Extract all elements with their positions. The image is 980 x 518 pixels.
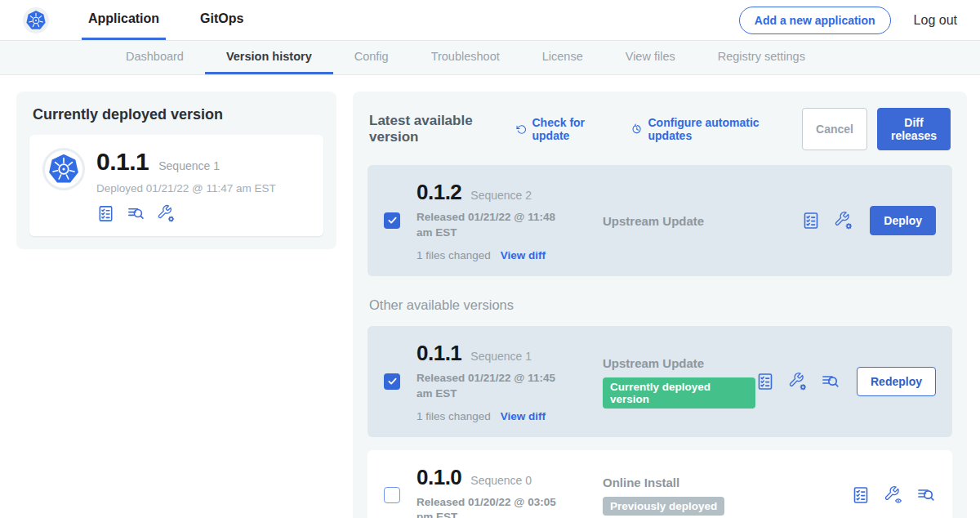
- currently-deployed-card: Currently deployed version 0.1.1 Sequenc…: [16, 92, 336, 249]
- check-icon: [386, 214, 399, 226]
- diff-releases-button[interactable]: Diff releases: [877, 108, 951, 150]
- spacer: [278, 0, 738, 40]
- redeploy-button[interactable]: Redeploy: [857, 367, 936, 396]
- deploy-logs-icon[interactable]: [916, 485, 936, 505]
- subnav-tab-version-history[interactable]: Version history: [205, 41, 333, 74]
- latest-version-title: Latest available version: [369, 113, 501, 145]
- released-timestamp: Released 01/20/22 @ 03:05 pm EST: [416, 495, 568, 518]
- clock-arrow-icon: [631, 123, 642, 136]
- subnav-tab-config[interactable]: Config: [333, 41, 410, 74]
- cancel-button[interactable]: Cancel: [802, 108, 867, 150]
- subnav-label: Troubleshoot: [431, 50, 500, 63]
- released-timestamp: Released 01/21/22 @ 11:45 am EST: [416, 371, 568, 402]
- configure-auto-updates-label: Configure automatic updates: [648, 116, 782, 142]
- subnav-tab-view-files[interactable]: View files: [604, 41, 697, 74]
- files-changed: 1 files changed: [416, 410, 491, 422]
- check-for-update-label: Check for update: [532, 116, 610, 142]
- deploy-logs-icon[interactable]: [127, 204, 145, 223]
- subnav-tab-troubleshoot[interactable]: Troubleshoot: [410, 41, 521, 74]
- deployed-version-details: 0.1.1 Sequence 1 Deployed 01/21/22 @ 11:…: [96, 148, 276, 223]
- edit-config-icon[interactable]: [788, 372, 808, 391]
- preflight-checks-icon[interactable]: [96, 204, 115, 223]
- subnav-tab-license[interactable]: License: [521, 41, 604, 74]
- version-info: 0.1.1 Sequence 1 Released 01/21/22 @ 11:…: [416, 341, 595, 422]
- logout-link[interactable]: Log out: [914, 13, 957, 28]
- row-actions: Deploy: [801, 206, 936, 235]
- edit-config-icon[interactable]: [157, 204, 176, 223]
- version-sequence: Sequence 1: [470, 350, 532, 363]
- row-actions: Redeploy: [755, 367, 936, 396]
- app-subnav: Dashboard Version history Config Trouble…: [0, 41, 980, 75]
- currently-deployed-badge: Currently deployed version: [603, 377, 755, 409]
- deployed-version-box: 0.1.1 Sequence 1 Deployed 01/21/22 @ 11:…: [29, 135, 323, 236]
- version-row-0-1-2: 0.1.2 Sequence 2 Released 01/21/22 @ 11:…: [368, 165, 952, 276]
- subnav-label: Version history: [226, 50, 312, 63]
- version-number: 0.1.1: [416, 341, 461, 366]
- deployed-version-number: 0.1.1: [96, 148, 149, 176]
- tab-application-label: Application: [88, 11, 159, 26]
- files-changed: 1 files changed: [416, 249, 491, 261]
- released-timestamp: Released 01/21/22 @ 11:48 am EST: [416, 210, 568, 241]
- deploy-logs-icon[interactable]: [821, 372, 840, 391]
- refresh-icon: [516, 123, 527, 136]
- currently-deployed-title: Currently deployed version: [33, 106, 323, 123]
- version-sequence: Sequence 0: [470, 474, 532, 487]
- version-checkbox[interactable]: [384, 212, 400, 229]
- deployed-timestamp: Deployed 01/21/22 @ 11:47 am EST: [96, 182, 276, 194]
- source-label: Online Install: [603, 476, 851, 489]
- version-source: Upstream Update Currently deployed versi…: [603, 355, 755, 409]
- version-number: 0.1.0: [416, 465, 461, 490]
- source-label: Upstream Update: [603, 356, 755, 370]
- version-sequence: Sequence 2: [470, 189, 532, 202]
- check-icon: [386, 375, 399, 387]
- version-history-panel: Latest available version Check for updat…: [353, 92, 967, 518]
- preflight-checks-icon[interactable]: [851, 485, 871, 505]
- tab-gitops[interactable]: GitOps: [194, 0, 250, 40]
- version-info: 0.1.0 Sequence 0 Released 01/20/22 @ 03:…: [416, 465, 595, 518]
- version-info: 0.1.2 Sequence 2 Released 01/21/22 @ 11:…: [416, 180, 595, 261]
- other-versions-heading: Other available versions: [369, 297, 951, 313]
- subnav-label: License: [542, 50, 583, 63]
- source-label: Upstream Update: [603, 214, 801, 228]
- view-diff-link[interactable]: View diff: [501, 249, 546, 261]
- main-content: Currently deployed version 0.1.1 Sequenc…: [0, 75, 980, 518]
- top-bar: Application GitOps Add a new application…: [0, 0, 980, 41]
- check-for-update-link[interactable]: Check for update: [516, 116, 610, 142]
- subnav-label: Dashboard: [126, 50, 184, 63]
- preflight-checks-icon[interactable]: [755, 372, 775, 391]
- view-diff-link[interactable]: View diff: [501, 410, 546, 422]
- version-row-0-1-1: 0.1.1 Sequence 1 Released 01/21/22 @ 11:…: [368, 326, 952, 437]
- subnav-label: Registry settings: [718, 50, 805, 63]
- add-new-application-button[interactable]: Add a new application: [739, 7, 891, 34]
- version-checkbox[interactable]: [384, 487, 400, 503]
- configure-auto-updates-link[interactable]: Configure automatic updates: [631, 116, 781, 142]
- version-source: Online Install Previously deployed: [603, 474, 851, 516]
- version-source: Upstream Update: [603, 212, 801, 228]
- previously-deployed-badge: Previously deployed: [603, 497, 724, 516]
- view-config-icon[interactable]: [884, 485, 903, 505]
- subnav-tab-registry-settings[interactable]: Registry settings: [697, 41, 826, 74]
- kubernetes-logo-icon[interactable]: [23, 7, 49, 33]
- version-checkbox[interactable]: [384, 373, 400, 390]
- preflight-checks-icon[interactable]: [801, 211, 821, 230]
- subnav-label: View files: [626, 50, 675, 63]
- deployed-sequence: Sequence 1: [158, 159, 220, 172]
- tab-application[interactable]: Application: [82, 0, 166, 40]
- admin-console: Application GitOps Add a new application…: [0, 0, 980, 518]
- app-logo-icon: [42, 148, 85, 190]
- edit-config-icon[interactable]: [834, 211, 853, 230]
- row-actions: [851, 485, 936, 505]
- version-row-0-1-0: 0.1.0 Sequence 0 Released 01/20/22 @ 03:…: [368, 450, 952, 518]
- deploy-button[interactable]: Deploy: [870, 206, 936, 235]
- subnav-label: Config: [354, 50, 389, 63]
- top-tabs: Application GitOps: [82, 0, 278, 40]
- version-number: 0.1.2: [416, 180, 461, 205]
- subnav-tab-dashboard[interactable]: Dashboard: [105, 41, 205, 74]
- tab-gitops-label: GitOps: [200, 11, 243, 26]
- latest-version-header: Latest available version Check for updat…: [369, 108, 951, 150]
